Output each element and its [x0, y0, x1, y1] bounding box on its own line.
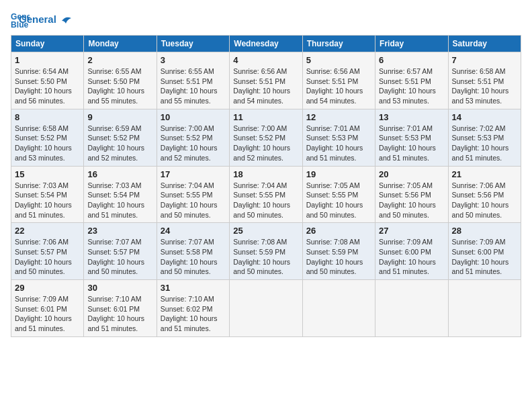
day-info: Sunrise: 6:58 AMSunset: 5:51 PMDaylight:…: [452, 67, 509, 105]
weekday-header-row: SundayMondayTuesdayWednesdayThursdayFrid…: [11, 36, 521, 52]
day-number: 3: [161, 55, 226, 65]
calendar-cell: 17 Sunrise: 7:04 AMSunset: 5:55 PMDaylig…: [157, 166, 229, 223]
day-number: 25: [233, 226, 298, 236]
day-number: 17: [161, 169, 226, 179]
day-number: 20: [379, 169, 444, 179]
calendar-cell: 8 Sunrise: 6:58 AMSunset: 5:52 PMDayligh…: [11, 109, 84, 166]
day-info: Sunrise: 6:55 AMSunset: 5:50 PMDaylight:…: [87, 67, 144, 105]
day-info: Sunrise: 7:03 AMSunset: 5:54 PMDaylight:…: [15, 181, 72, 219]
logo-line1: General: [19, 14, 73, 26]
day-number: 18: [233, 169, 298, 179]
weekday-header-tuesday: Tuesday: [157, 36, 229, 52]
weekday-header-thursday: Thursday: [302, 36, 375, 52]
day-info: Sunrise: 7:08 AMSunset: 5:59 PMDaylight:…: [306, 238, 363, 275]
weekday-header-sunday: Sunday: [11, 36, 84, 52]
day-info: Sunrise: 7:04 AMSunset: 5:55 PMDaylight:…: [233, 181, 290, 219]
calendar-cell: 9 Sunrise: 6:59 AMSunset: 5:52 PMDayligh…: [84, 109, 157, 166]
day-info: Sunrise: 7:07 AMSunset: 5:58 PMDaylight:…: [161, 238, 218, 275]
weekday-header-monday: Monday: [84, 36, 157, 52]
calendar-cell: 25 Sunrise: 7:08 AMSunset: 5:59 PMDaylig…: [230, 223, 302, 280]
calendar-cell: 15 Sunrise: 7:03 AMSunset: 5:54 PMDaylig…: [11, 166, 84, 223]
calendar-table: SundayMondayTuesdayWednesdayThursdayFrid…: [11, 35, 521, 337]
day-number: 21: [452, 169, 517, 179]
calendar-cell: 11 Sunrise: 7:00 AMSunset: 5:52 PMDaylig…: [230, 109, 302, 166]
day-info: Sunrise: 6:58 AMSunset: 5:52 PMDaylight:…: [15, 124, 72, 162]
day-info: Sunrise: 6:55 AMSunset: 5:51 PMDaylight:…: [161, 67, 218, 105]
day-info: Sunrise: 7:02 AMSunset: 5:53 PMDaylight:…: [452, 124, 509, 162]
calendar-cell: 16 Sunrise: 7:03 AMSunset: 5:54 PMDaylig…: [84, 166, 157, 223]
calendar-week-2: 8 Sunrise: 6:58 AMSunset: 5:52 PMDayligh…: [11, 109, 521, 166]
calendar-week-3: 15 Sunrise: 7:03 AMSunset: 5:54 PMDaylig…: [11, 166, 521, 223]
day-number: 22: [15, 226, 80, 236]
weekday-header-saturday: Saturday: [448, 36, 521, 52]
weekday-header-friday: Friday: [375, 36, 448, 52]
calendar-cell: 4 Sunrise: 6:56 AMSunset: 5:51 PMDayligh…: [230, 52, 302, 109]
day-number: 8: [15, 112, 80, 122]
day-info: Sunrise: 7:10 AMSunset: 6:01 PMDaylight:…: [87, 295, 144, 332]
calendar-cell: 23 Sunrise: 7:07 AMSunset: 5:57 PMDaylig…: [84, 223, 157, 280]
day-number: 24: [161, 226, 226, 236]
day-info: Sunrise: 7:06 AMSunset: 5:57 PMDaylight:…: [15, 238, 72, 275]
calendar-cell: 12 Sunrise: 7:01 AMSunset: 5:53 PMDaylig…: [302, 109, 375, 166]
weekday-header-wednesday: Wednesday: [230, 36, 302, 52]
calendar-week-5: 29 Sunrise: 7:09 AMSunset: 6:01 PMDaylig…: [11, 280, 521, 337]
day-number: 12: [306, 112, 371, 122]
calendar-cell: 24 Sunrise: 7:07 AMSunset: 5:58 PMDaylig…: [157, 223, 229, 280]
calendar-cell: 21 Sunrise: 7:06 AMSunset: 5:56 PMDaylig…: [448, 166, 521, 223]
calendar-cell: 14 Sunrise: 7:02 AMSunset: 5:53 PMDaylig…: [448, 109, 521, 166]
day-info: Sunrise: 7:01 AMSunset: 5:53 PMDaylight:…: [306, 124, 363, 162]
calendar-cell: [302, 280, 375, 337]
calendar-cell: 1 Sunrise: 6:54 AMSunset: 5:50 PMDayligh…: [11, 52, 84, 109]
day-number: 15: [15, 169, 80, 179]
calendar-cell: 2 Sunrise: 6:55 AMSunset: 5:50 PMDayligh…: [84, 52, 157, 109]
day-number: 28: [452, 226, 517, 236]
day-info: Sunrise: 6:59 AMSunset: 5:52 PMDaylight:…: [87, 124, 144, 162]
calendar-cell: 26 Sunrise: 7:08 AMSunset: 5:59 PMDaylig…: [302, 223, 375, 280]
day-info: Sunrise: 7:00 AMSunset: 5:52 PMDaylight:…: [233, 124, 290, 162]
calendar-cell: 28 Sunrise: 7:09 AMSunset: 6:00 PMDaylig…: [448, 223, 521, 280]
day-number: 9: [87, 112, 152, 122]
calendar-cell: 10 Sunrise: 7:00 AMSunset: 5:52 PMDaylig…: [157, 109, 229, 166]
day-info: Sunrise: 7:09 AMSunset: 6:00 PMDaylight:…: [379, 238, 436, 275]
day-number: 5: [306, 55, 371, 65]
day-number: 1: [15, 55, 80, 65]
day-number: 6: [379, 55, 444, 65]
day-info: Sunrise: 7:10 AMSunset: 6:02 PMDaylight:…: [161, 295, 218, 332]
day-number: 11: [233, 112, 298, 122]
day-number: 26: [306, 226, 371, 236]
calendar-cell: 30 Sunrise: 7:10 AMSunset: 6:01 PMDaylig…: [84, 280, 157, 337]
day-number: 31: [161, 283, 226, 293]
day-number: 23: [87, 226, 152, 236]
day-info: Sunrise: 7:05 AMSunset: 5:55 PMDaylight:…: [306, 181, 363, 219]
calendar-cell: 27 Sunrise: 7:09 AMSunset: 6:00 PMDaylig…: [375, 223, 448, 280]
day-number: 19: [306, 169, 371, 179]
day-info: Sunrise: 7:05 AMSunset: 5:56 PMDaylight:…: [379, 181, 436, 219]
day-info: Sunrise: 7:09 AMSunset: 6:00 PMDaylight:…: [452, 238, 509, 275]
calendar-cell: 7 Sunrise: 6:58 AMSunset: 5:51 PMDayligh…: [448, 52, 521, 109]
day-number: 7: [452, 55, 517, 65]
day-info: Sunrise: 7:08 AMSunset: 5:59 PMDaylight:…: [233, 238, 290, 275]
day-info: Sunrise: 6:56 AMSunset: 5:51 PMDaylight:…: [306, 67, 363, 105]
calendar-cell: 6 Sunrise: 6:57 AMSunset: 5:51 PMDayligh…: [375, 52, 448, 109]
day-info: Sunrise: 6:57 AMSunset: 5:51 PMDaylight:…: [379, 67, 436, 105]
day-number: 10: [161, 112, 226, 122]
calendar-cell: 22 Sunrise: 7:06 AMSunset: 5:57 PMDaylig…: [11, 223, 84, 280]
day-info: Sunrise: 7:09 AMSunset: 6:01 PMDaylight:…: [15, 295, 72, 332]
calendar-cell: 3 Sunrise: 6:55 AMSunset: 5:51 PMDayligh…: [157, 52, 229, 109]
day-number: 4: [233, 55, 298, 65]
logo-bird-icon: [60, 15, 73, 26]
day-info: Sunrise: 7:03 AMSunset: 5:54 PMDaylight:…: [87, 181, 144, 219]
day-info: Sunrise: 7:00 AMSunset: 5:52 PMDaylight:…: [161, 124, 218, 162]
day-info: Sunrise: 7:04 AMSunset: 5:55 PMDaylight:…: [161, 181, 218, 219]
calendar-cell: 29 Sunrise: 7:09 AMSunset: 6:01 PMDaylig…: [11, 280, 84, 337]
calendar-cell: [375, 280, 448, 337]
calendar-week-1: 1 Sunrise: 6:54 AMSunset: 5:50 PMDayligh…: [11, 52, 521, 109]
day-info: Sunrise: 7:07 AMSunset: 5:57 PMDaylight:…: [87, 238, 144, 275]
day-number: 16: [87, 169, 152, 179]
day-info: Sunrise: 6:56 AMSunset: 5:51 PMDaylight:…: [233, 67, 290, 105]
calendar-cell: 19 Sunrise: 7:05 AMSunset: 5:55 PMDaylig…: [302, 166, 375, 223]
calendar-week-4: 22 Sunrise: 7:06 AMSunset: 5:57 PMDaylig…: [11, 223, 521, 280]
day-number: 13: [379, 112, 444, 122]
day-number: 30: [87, 283, 152, 293]
calendar-cell: 13 Sunrise: 7:01 AMSunset: 5:53 PMDaylig…: [375, 109, 448, 166]
